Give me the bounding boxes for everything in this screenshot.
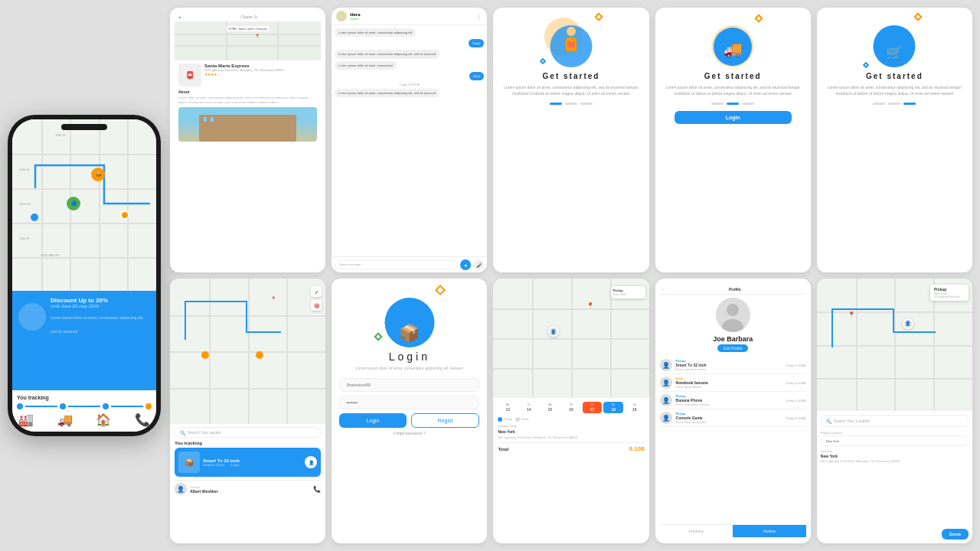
delivery-avatar-4: 👤 bbox=[660, 412, 672, 424]
cal-day-fr: Fr17 bbox=[583, 402, 603, 413]
profile-page-title: Profile bbox=[729, 287, 741, 292]
edit-profile-button[interactable]: Edit Profile bbox=[717, 344, 748, 352]
getstarted-dots-3 bbox=[873, 103, 916, 105]
getstarted-title-1: Get started bbox=[543, 72, 600, 80]
last-bottom: 🔍 Search Your Location Pickup Location N… bbox=[817, 411, 972, 543]
tv-image: 📦 bbox=[178, 452, 200, 473]
getstarted-desc-3: Lorem ipsum dolor sit amet, consectetur … bbox=[822, 85, 968, 96]
chat-msg-3: Lorem ipsum dolor sit amet, consectetur … bbox=[335, 50, 439, 58]
hospital-label: CPMC Saint Luke's Campus bbox=[226, 26, 270, 31]
courier-row: 👤 Courier Albert Weshker 📞 bbox=[175, 480, 321, 495]
search-bar[interactable]: 🔍 Search Your packet bbox=[175, 427, 321, 438]
avatar-small: 👤 bbox=[305, 456, 317, 468]
chat-timestamp: Today 4:30 PM bbox=[335, 83, 484, 86]
map2-bottom: 🔍 Search Your packet You tracking 📦 Smar… bbox=[170, 424, 325, 498]
tracking-dot-4 bbox=[145, 403, 152, 409]
getstarted-title-2: Get started bbox=[704, 72, 762, 80]
location-card: Pickup New York bbox=[611, 286, 645, 298]
chat-send-button[interactable]: ➤ bbox=[460, 259, 471, 270]
map-destination-pin: 📍 bbox=[586, 302, 594, 309]
login-button[interactable]: Login bbox=[339, 413, 407, 428]
done-button[interactable]: Done bbox=[942, 529, 969, 540]
screen-tracking: ● Clipper St CPMC Saint Luke's Campus 📍 … bbox=[170, 8, 325, 272]
delivery-item-4: 👤 Pickup Console Game From: Roy Farmende… bbox=[660, 409, 806, 427]
delivery-avatar-3: 👤 bbox=[660, 394, 672, 406]
login-button-gs2[interactable]: Login bbox=[675, 111, 792, 124]
getstarted-illustration-2: 🚚 bbox=[702, 14, 763, 67]
forgot-password[interactable]: Forgot password ? bbox=[394, 431, 425, 435]
expand-icon[interactable]: ⤢ bbox=[311, 286, 322, 297]
getstarted-title-3: Get started bbox=[866, 72, 923, 80]
building-photo bbox=[178, 107, 317, 142]
tracking-dot-3 bbox=[103, 403, 109, 409]
screens-grid: ● Clipper St CPMC Saint Luke's Campus 📍 … bbox=[170, 8, 972, 543]
screen-map2: 📍 ⤢ 🎯 🔍 Search Your packet You tracking … bbox=[170, 279, 325, 543]
courier-name: Albert Weshker bbox=[190, 489, 218, 494]
tab-history[interactable]: History bbox=[660, 525, 733, 537]
schedule-content: Mo13 Tu14 We15 Th16 Fr17 Sa18 bbox=[493, 398, 648, 543]
tab-active[interactable]: Active bbox=[733, 525, 806, 537]
cal-day-mo: Mo13 bbox=[498, 402, 518, 413]
main-container: 📦 🔵 19th St 20th St 22nd St 24th St NOE … bbox=[0, 0, 980, 551]
discount-title: Discount Up to 30% bbox=[51, 297, 150, 304]
last-map-pin: 📍 bbox=[848, 311, 855, 318]
profile-avatar bbox=[716, 298, 750, 332]
chat-msg-6: Lorem ipsum dolor sit amet, consectetur … bbox=[335, 89, 439, 97]
total-label: Total bbox=[498, 447, 508, 452]
phone-icon: 📞 bbox=[135, 412, 150, 427]
username-input[interactable] bbox=[339, 378, 479, 392]
chat-input[interactable]: Type a message... bbox=[335, 260, 458, 269]
dot-3 bbox=[580, 103, 593, 105]
figure bbox=[560, 27, 583, 61]
total-price: 9.10$ bbox=[629, 445, 645, 452]
tracking-line-2 bbox=[68, 406, 100, 407]
royal-mail-logo: 📮 bbox=[178, 64, 201, 86]
screen-last: 👤 Pickup New York 501 Lightning Point Dr… bbox=[817, 279, 972, 543]
cal-day-su: Su19 bbox=[625, 402, 645, 413]
login-illustration: 📦 bbox=[375, 286, 444, 347]
warehouse-icon: 🏭 bbox=[18, 412, 34, 427]
search-icon: 🔍 bbox=[180, 430, 185, 435]
dot-1 bbox=[873, 103, 885, 105]
getstarted-illustration-1 bbox=[541, 14, 602, 67]
dot-3 bbox=[742, 103, 754, 105]
phone-bottom: You tracking 🏭 🚚 🏠 📞 bbox=[12, 390, 156, 432]
phone-notch bbox=[61, 124, 107, 130]
chat-mic-button[interactable]: 🎤 bbox=[473, 259, 484, 270]
chat-contact-status: Online bbox=[350, 17, 360, 21]
chat-msg-1: Lorem ipsum dolor sit amet, consectetur … bbox=[335, 28, 416, 37]
phone-discount-banner: Discount Up to 30% Until June 30 may 202… bbox=[12, 291, 156, 390]
location-target-icon[interactable]: 🎯 bbox=[311, 300, 322, 311]
screen-login: 📦 Login Lorem ipsum dolor sit amet, cons… bbox=[332, 279, 487, 543]
screen-getstarted-3: 🛒 Get started Lorem ipsum dolor sit amet… bbox=[817, 8, 972, 272]
pickup-input[interactable]: New York bbox=[821, 435, 969, 446]
last-search-icon: 🔍 bbox=[826, 419, 831, 424]
pin-2 bbox=[201, 351, 209, 359]
back-arrow-icon[interactable]: ← bbox=[662, 287, 666, 292]
delivery-from-2: From: Molie Martin bbox=[676, 385, 782, 389]
map-location-pin: 📍 bbox=[255, 34, 260, 38]
location-address: 501 Lightning Point Drive, Arlington, TX… bbox=[498, 435, 644, 440]
tracking-line-3 bbox=[111, 406, 143, 407]
delivery-time-4: Today 9:20 AM bbox=[786, 416, 805, 420]
chat-messages: Lorem ipsum dolor sit amet, consectetur … bbox=[332, 25, 487, 256]
last-search-placeholder: Search Your Location bbox=[834, 419, 871, 423]
profile-name: Joe Barbara bbox=[713, 335, 753, 343]
location-drop-label: Location Drop bbox=[498, 424, 644, 428]
map-user-avatar: 👤 bbox=[548, 326, 559, 337]
tracking-icons: 🏭 🚚 🏠 📞 bbox=[17, 412, 152, 427]
location-label: Location bbox=[821, 449, 969, 453]
courier-call-icon[interactable]: 📞 bbox=[313, 486, 321, 493]
dot-3 bbox=[903, 103, 916, 105]
chat-avatar bbox=[336, 11, 347, 21]
discount-subtitle: Until June 30 may 2020 bbox=[51, 304, 150, 308]
regist-button[interactable]: Regist bbox=[411, 413, 480, 428]
login-buttons: Login Regist bbox=[339, 413, 479, 428]
screen-getstarted-1: Get started Lorem ipsum dolor sit amet, … bbox=[493, 8, 648, 272]
getstarted-illustration-3: 🛒 bbox=[864, 14, 925, 67]
last-search-bar[interactable]: 🔍 Search Your Location bbox=[821, 415, 969, 427]
delivery-item-2: 👤 Drop Notebook banana From: Molie Marti… bbox=[660, 374, 806, 392]
done-button-container: Done bbox=[821, 529, 969, 540]
chat-menu-icon[interactable]: ⋮ bbox=[476, 13, 482, 20]
password-input[interactable] bbox=[339, 396, 479, 409]
